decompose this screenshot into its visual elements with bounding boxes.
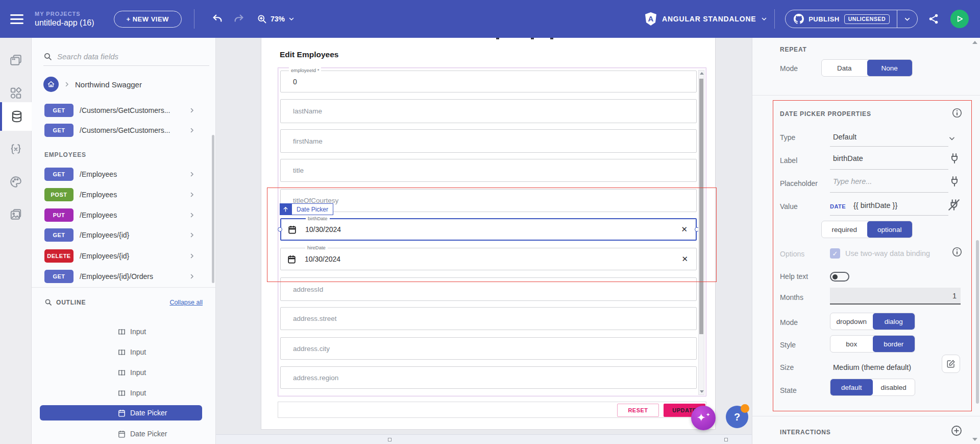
selection-handle-left[interactable] (278, 227, 282, 232)
value-expression[interactable]: {{ birthDate }} (853, 201, 897, 209)
state-default-option[interactable]: default (830, 379, 873, 395)
canvas-horizontal-scrollbar[interactable] (216, 434, 752, 444)
selected-component-tag[interactable]: Date Picker (280, 203, 333, 215)
method-badge: GET (44, 168, 74, 181)
mode-dropdown-option[interactable]: dropdown (830, 313, 873, 330)
outline-item-input[interactable]: Input (32, 385, 215, 401)
move-up-icon[interactable] (280, 203, 291, 215)
field-hireDate-datepicker[interactable]: hireDate 10/30/2024 ✕ (280, 248, 697, 270)
scroll-handle[interactable] (388, 438, 391, 441)
calendar-icon[interactable] (287, 254, 297, 264)
clear-date-icon[interactable]: ✕ (681, 254, 688, 264)
field-birthDate-datepicker[interactable]: birthDate 10/30/2024 ✕ (280, 218, 697, 241)
mode-dialog-option[interactable]: dialog (873, 313, 915, 330)
field-address-city[interactable]: address.city (280, 337, 697, 360)
rail-item-pages[interactable] (0, 46, 32, 75)
field-firstName[interactable]: firstName (280, 129, 697, 153)
edit-size-button[interactable] (942, 355, 960, 373)
new-view-button[interactable]: + NEW VIEW (114, 11, 182, 28)
style-box-option[interactable]: box (830, 336, 873, 352)
panel-scroll-up-arrow[interactable] (972, 41, 977, 44)
publish-dropdown-button[interactable] (897, 10, 917, 28)
help-button[interactable]: ? (726, 406, 748, 428)
zoom-control[interactable]: 73% (257, 14, 295, 24)
project-title-block[interactable]: MY PROJECTS untitled-app (16) (35, 11, 94, 28)
ai-assistant-button[interactable]: ✦✦ (691, 406, 716, 430)
repeat-mode-toggle: Data None (821, 59, 913, 77)
endpoint-row[interactable]: GET /Employees (32, 167, 215, 181)
run-app-button[interactable] (950, 10, 969, 28)
data-fields-search[interactable] (43, 52, 209, 66)
outline-item-input[interactable]: Input (32, 365, 215, 380)
scrollbar-thumb[interactable] (699, 79, 703, 334)
field-placeholder: address.city (293, 345, 330, 353)
endpoint-row[interactable]: GET /Employees/{id} (32, 228, 215, 242)
field-titleOfCourtesy[interactable]: titleOfCourtesy (280, 189, 697, 212)
search-input[interactable] (57, 52, 195, 61)
redo-icon[interactable] (232, 12, 246, 26)
endpoint-row[interactable]: GET /Customers/GetCustomers... (32, 123, 215, 137)
outline-item-date-picker-selected[interactable]: Date Picker (40, 405, 202, 420)
hamburger-menu-icon[interactable] (10, 14, 23, 24)
outline-item-input[interactable]: Input (32, 324, 215, 339)
outline-item-date-picker[interactable]: Date Picker (32, 426, 215, 441)
collapse-all-link[interactable]: Collapse all (169, 299, 203, 306)
scroll-up-arrow[interactable] (700, 72, 704, 75)
label-input[interactable] (833, 154, 940, 162)
reset-button[interactable]: RESET (617, 404, 659, 417)
add-interaction-icon[interactable] (950, 425, 963, 437)
repeat-mode-none-option[interactable]: None (867, 60, 913, 76)
endpoint-row[interactable]: POST /Employees (32, 188, 215, 202)
panel-scroll-down-arrow[interactable] (972, 438, 977, 441)
help-text-toggle[interactable] (830, 272, 849, 282)
info-icon[interactable] (951, 246, 963, 258)
rail-item-data[interactable] (0, 102, 32, 131)
state-disabled-option[interactable]: disabled (873, 379, 915, 395)
framework-selector[interactable]: A ANGULAR STANDALONE (645, 0, 767, 38)
scroll-handle[interactable] (724, 438, 728, 441)
design-page[interactable]: Edit Employees employeeId * 0 lastName f… (261, 38, 716, 430)
edit-employees-form[interactable]: employeeId * 0 lastName firstName title … (278, 67, 706, 396)
calendar-icon[interactable] (287, 225, 297, 235)
field-title[interactable]: title (280, 159, 697, 182)
repeat-mode-data-option[interactable]: Data (822, 60, 867, 76)
home-icon (43, 77, 59, 92)
data-binding-plug-icon[interactable] (948, 152, 961, 165)
unbind-plug-icon[interactable] (947, 198, 961, 212)
outline-item-label: Date Picker (130, 430, 167, 438)
topbar: MY PROJECTS untitled-app (16) + NEW VIEW… (0, 0, 980, 38)
endpoint-row[interactable]: DELETE /Employees/{id} (32, 249, 215, 263)
field-addressId[interactable]: addressId (280, 277, 697, 301)
datasource-row[interactable]: Northwind Swagger (43, 77, 227, 92)
field-lastName[interactable]: lastName (280, 99, 697, 123)
publish-button[interactable]: PUBLISH UNLICENSED (786, 10, 897, 28)
months-input[interactable] (830, 288, 961, 305)
type-select[interactable]: Default (833, 133, 856, 141)
endpoint-row[interactable]: PUT /Employees (32, 208, 215, 222)
style-border-option[interactable]: border (873, 336, 915, 352)
rail-item-assets[interactable] (0, 200, 32, 229)
field-address-street[interactable]: address.street (280, 307, 697, 330)
two-way-binding-checkbox[interactable]: ✓ (830, 248, 840, 259)
endpoint-row[interactable]: GET /Customers/GetCustomers... (32, 103, 215, 118)
info-icon[interactable] (951, 107, 963, 119)
undo-icon[interactable] (211, 12, 224, 26)
field-employeeId[interactable]: employeeId * 0 (280, 71, 697, 92)
outline-item-input[interactable]: Input (32, 344, 215, 360)
rail-item-code[interactable] (0, 135, 32, 163)
placeholder-input[interactable] (833, 177, 940, 185)
page-title[interactable]: Edit Employees (280, 50, 338, 59)
field-address-region[interactable]: address.region (280, 366, 697, 389)
data-binding-plug-icon[interactable] (948, 175, 961, 188)
form-scrollbar[interactable] (698, 70, 704, 395)
sidebar-scrollbar[interactable] (212, 135, 214, 283)
clear-date-icon[interactable]: ✕ (681, 225, 688, 234)
rail-item-theme[interactable] (0, 168, 32, 196)
required-option[interactable]: required (822, 221, 867, 238)
optional-option[interactable]: optional (867, 221, 913, 238)
chevron-down-icon[interactable] (948, 135, 955, 142)
endpoint-row[interactable]: GET /Employees/{id}/Orders (32, 269, 215, 284)
scroll-down-arrow[interactable] (700, 390, 704, 393)
panel-scrollbar[interactable] (976, 240, 979, 404)
share-icon[interactable] (928, 13, 939, 25)
